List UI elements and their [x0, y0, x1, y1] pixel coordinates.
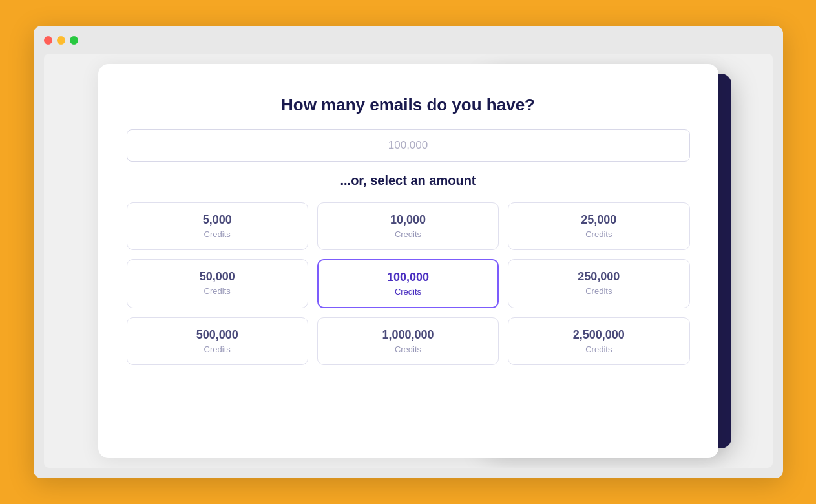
question-title: How many emails do you have?: [281, 95, 535, 115]
credit-option-10000[interactable]: 10,000 Credits: [317, 202, 499, 250]
left-panel: How many emails do you have? ...or, sele…: [98, 64, 718, 458]
credit-option-100000[interactable]: 100,000 Credits: [317, 259, 499, 308]
credit-label: Credits: [204, 286, 231, 296]
credit-value: 50,000: [200, 270, 235, 284]
credit-option-5000[interactable]: 5,000 Credits: [127, 202, 308, 250]
credit-label: Credits: [585, 286, 612, 296]
credit-value: 25,000: [581, 213, 616, 227]
credit-value: 500,000: [196, 328, 238, 342]
close-dot[interactable]: [44, 36, 52, 45]
credit-option-250000[interactable]: 250,000 Credits: [508, 259, 689, 308]
pricing-container: How many emails do you have? ...or, sele…: [98, 64, 718, 458]
credit-option-500000[interactable]: 500,000 Credits: [127, 317, 308, 365]
credit-option-25000[interactable]: 25,000 Credits: [508, 202, 689, 250]
email-count-input[interactable]: [127, 129, 690, 162]
maximize-dot[interactable]: [70, 36, 78, 45]
credit-option-50000[interactable]: 50,000 Credits: [127, 259, 308, 308]
browser-toolbar: [44, 36, 773, 45]
credit-label: Credits: [395, 287, 421, 297]
credit-value: 1,000,000: [382, 328, 434, 342]
credit-option-1000000[interactable]: 1,000,000 Credits: [317, 317, 499, 365]
or-label: ...or, select an amount: [340, 173, 476, 188]
browser-content: How many emails do you have? ...or, sele…: [44, 54, 773, 468]
credit-label: Credits: [395, 229, 421, 239]
credit-value: 2,500,000: [573, 328, 625, 342]
credit-label: Credits: [585, 344, 612, 354]
credit-value: 10,000: [390, 213, 426, 227]
browser-window: How many emails do you have? ...or, sele…: [34, 26, 783, 478]
credits-grid: 5,000 Credits 10,000 Credits 25,000 Cred…: [127, 202, 690, 365]
credit-label: Credits: [585, 229, 612, 239]
credit-value: 100,000: [387, 271, 429, 284]
credit-label: Credits: [204, 229, 231, 239]
credit-option-2500000[interactable]: 2,500,000 Credits: [508, 317, 689, 365]
minimize-dot[interactable]: [57, 36, 65, 45]
credit-value: 250,000: [578, 270, 620, 284]
credit-label: Credits: [395, 344, 421, 354]
credit-value: 5,000: [203, 213, 232, 227]
credit-label: Credits: [204, 344, 231, 354]
